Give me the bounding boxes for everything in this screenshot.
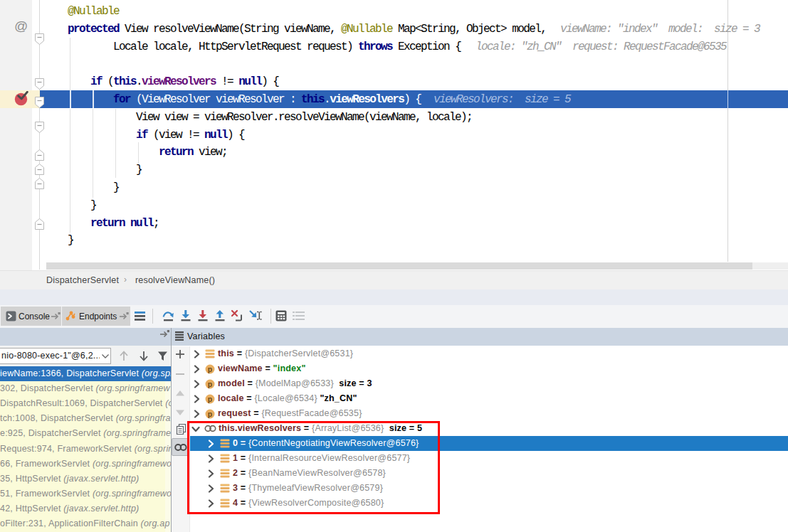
svg-text:p: p [208, 394, 212, 403]
svg-text:p: p [208, 409, 212, 417]
svg-text:p: p [208, 364, 212, 373]
svg-text:p: p [208, 379, 212, 388]
